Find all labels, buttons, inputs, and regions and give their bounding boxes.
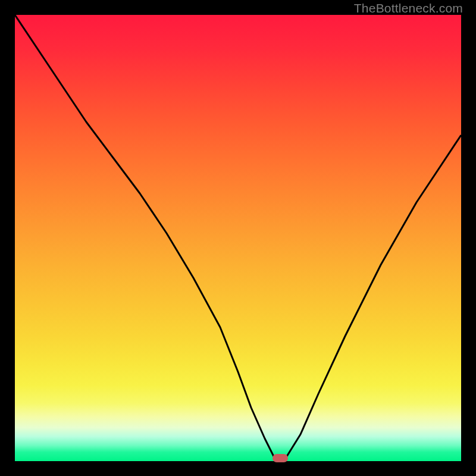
curve-path	[15, 15, 461, 461]
optimum-marker	[273, 454, 288, 462]
gradient-plot-area	[15, 15, 461, 461]
bottleneck-curve	[15, 15, 461, 461]
chart-frame: TheBottleneck.com	[0, 0, 476, 476]
watermark-text: TheBottleneck.com	[354, 1, 463, 15]
